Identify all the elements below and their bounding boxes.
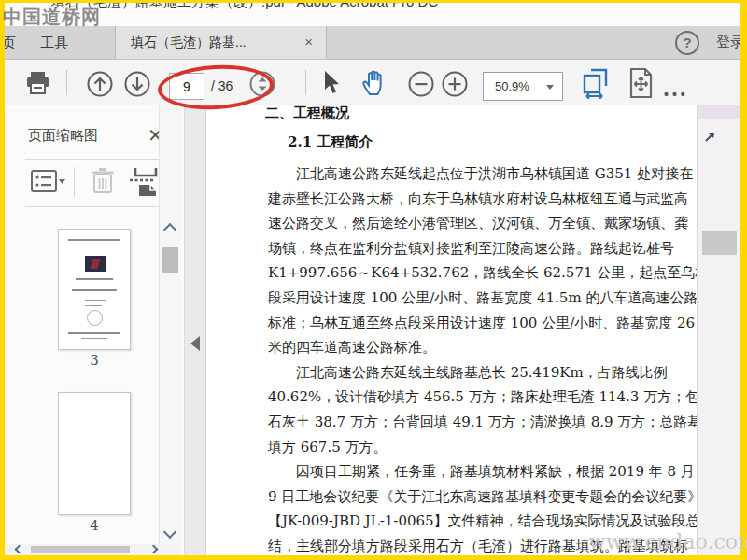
doc-subsection-heading: 2.1 工程简介 [288, 133, 373, 151]
chevron-down-icon [546, 85, 554, 90]
doc-text-line: 江北高速公路东延线主线路基总长 25.419Km，占路线比例 [268, 360, 692, 385]
doc-text-line: 9 日工地会议纪要《关于江北东高速路基填料变更专题会的会议纪要》 [268, 484, 692, 510]
thumbnail-3-label: 3 [58, 352, 131, 369]
scrollbar-thumb[interactable] [31, 546, 130, 553]
previous-page-icon[interactable] [87, 71, 113, 97]
doc-text-line: 场镇，终点在监利分盐镇对接监利至江陵高速公路。路线起讫桩号 [268, 236, 692, 261]
cover-text-line [72, 289, 117, 291]
cover-title-line [68, 239, 120, 241]
doc-text-line: 填方 667.5 万方。 [268, 435, 692, 460]
doc-text-line: 米的四车道高速公路标准。 [268, 335, 692, 360]
close-icon[interactable]: × [304, 34, 313, 49]
zoom-out-icon[interactable] [408, 71, 434, 97]
scrollbar-thumb[interactable] [702, 231, 737, 255]
scroll-up-icon[interactable] [163, 223, 176, 236]
divider [25, 159, 165, 160]
cover-text-line [76, 278, 113, 280]
document-scrollbar[interactable] [697, 105, 740, 555]
doc-text-line: 建赤壁长江公路大桥，向东于乌林镇水府村设乌林枢纽互通与武监高 [268, 187, 692, 212]
thumbnails-hscrollbar[interactable] [5, 544, 181, 555]
doc-section-heading: 二、工程概况 [265, 105, 349, 122]
doc-text-line: 江北高速公路东延线起点位于洪湖市乌林镇国道 G351 处对接在 [268, 161, 692, 187]
doc-lines: 江北高速公路东延线起点位于洪湖市乌林镇国道 G351 处对接在建赤壁长江公路大桥… [268, 161, 692, 555]
scroll-down-icon[interactable] [163, 525, 176, 539]
tab-home[interactable]: 主页 [5, 35, 29, 52]
panel-title: 页面缩略图 [28, 127, 98, 145]
toolbar-separator [74, 167, 75, 197]
cover-footer-line [81, 338, 107, 339]
screenshot-border [740, 0, 747, 560]
scroll-left-icon[interactable] [15, 545, 24, 554]
collapse-panel-icon[interactable] [190, 336, 200, 351]
cover-logo [85, 256, 106, 272]
cover-stamp [87, 310, 103, 326]
document-page[interactable]: 二、工程概况 2.1 工程简介 江北高速公路东延线起点位于洪湖市乌林镇国道 G3… [206, 105, 697, 555]
cover-signature-line [85, 300, 106, 301]
toolbar-separator [66, 70, 67, 95]
delete-pages-icon[interactable] [91, 167, 115, 195]
document-tab-label: 填石（毛渣）路基... [131, 35, 247, 51]
doc-text-line: 标准；乌林互通至终点段采用设计速度 100 公里/小时、路基宽度 26 [268, 311, 692, 336]
site-watermark: 中国道桥网 [3, 5, 101, 30]
doc-text-line: 段采用设计速度 100 公里/小时、路基宽度 41.5m 的八车道高速公路 [268, 286, 692, 311]
panel-splitter[interactable] [185, 105, 206, 555]
tab-document[interactable]: 填石（毛渣）路基... × [115, 26, 327, 60]
fit-page-icon[interactable] [625, 67, 656, 99]
quick-toolbar: / 36 [5, 60, 740, 105]
select-tool-icon[interactable] [320, 70, 343, 96]
hand-tool-icon[interactable] [359, 68, 389, 98]
thumbnail-page-4[interactable] [58, 392, 131, 515]
thumbnail-options-icon[interactable] [31, 169, 66, 195]
thumbnail-page-3[interactable] [58, 229, 131, 350]
scroll-right-icon[interactable] [149, 545, 159, 554]
cover-signature-line [85, 305, 102, 306]
doc-text-line: 速公路交叉，然后途经小港管理区、汊河镇、万全镇、戴家场镇、龚 [268, 211, 692, 236]
url-watermark: www.cndao.com [588, 530, 747, 553]
zoom-level-value: 50.9% [495, 79, 529, 93]
screenshot-border [0, 0, 5, 560]
doc-text-line: 石灰土 38.7 万方；台背回填 49.1 万方；清淤换填 8.9 万方；总路基 [268, 410, 692, 435]
zoom-level-dropdown[interactable]: 50.9% [483, 72, 563, 101]
thumbnail-4-label: 4 [58, 517, 131, 534]
title-bar: 填石（毛渣）路基施工方案（改）.pdf - Adobe Acrobat Pro … [5, 0, 740, 26]
doc-text-line: K1+997.656～K64+532.762，路线全长 62.571 公里，起点… [268, 260, 692, 286]
more-tools-icon[interactable]: ••• [664, 87, 689, 102]
print-icon[interactable] [25, 71, 50, 95]
zoom-in-icon[interactable] [442, 71, 468, 97]
fit-width-icon[interactable] [580, 67, 612, 99]
tab-tools[interactable]: 工具 [40, 35, 68, 52]
screenshot-border [0, 555, 747, 560]
tab-bar: 主页 工具 填石（毛渣）路基... × ? 登录 [5, 26, 740, 60]
screenshot-border [0, 0, 747, 3]
scrollbar-thumb[interactable] [162, 247, 178, 273]
cover-footer-line [68, 332, 120, 334]
doc-text-line: 因项目工期紧，任务重，路基填筑材料紧缺，根据 2019 年 8 月 [268, 459, 692, 484]
scrollbar-annotation-cap [698, 105, 740, 119]
thumbnails-scrollbar[interactable] [159, 105, 181, 544]
next-page-icon[interactable] [124, 71, 150, 97]
split-pages-icon[interactable] [128, 167, 162, 197]
mouse-cursor-icon [705, 130, 715, 142]
divider [25, 206, 165, 207]
toolbar-separator [305, 70, 306, 95]
help-icon[interactable]: ? [675, 31, 699, 55]
sign-in-button[interactable]: 登录 [716, 34, 740, 51]
doc-text-line: 40.62%，设计借砂填方 456.5 万方；路床处理毛渣 114.3 万方；包… [268, 385, 692, 410]
acrobat-window: 填石（毛渣）路基施工方案（改）.pdf - Adobe Acrobat Pro … [0, 0, 747, 560]
cover-subtitle-line [74, 245, 115, 245]
